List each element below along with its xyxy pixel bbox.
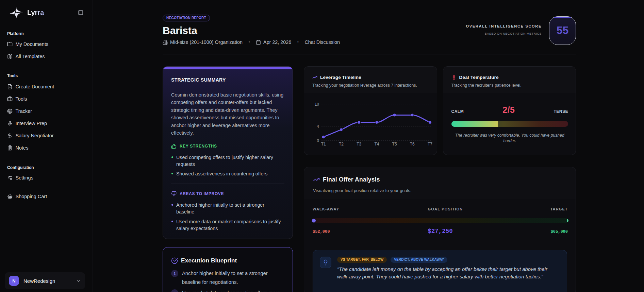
svg-text:4: 4: [317, 124, 319, 129]
svg-text:T6: T6: [410, 141, 415, 146]
svg-text:T4: T4: [374, 141, 379, 146]
svg-text:T1: T1: [321, 141, 326, 146]
svg-text:T5: T5: [392, 141, 397, 146]
svg-text:T2: T2: [339, 141, 344, 146]
svg-text:0: 0: [317, 138, 319, 143]
svg-text:T7: T7: [428, 141, 432, 146]
svg-text:10: 10: [315, 102, 319, 106]
svg-text:T3: T3: [357, 141, 361, 146]
